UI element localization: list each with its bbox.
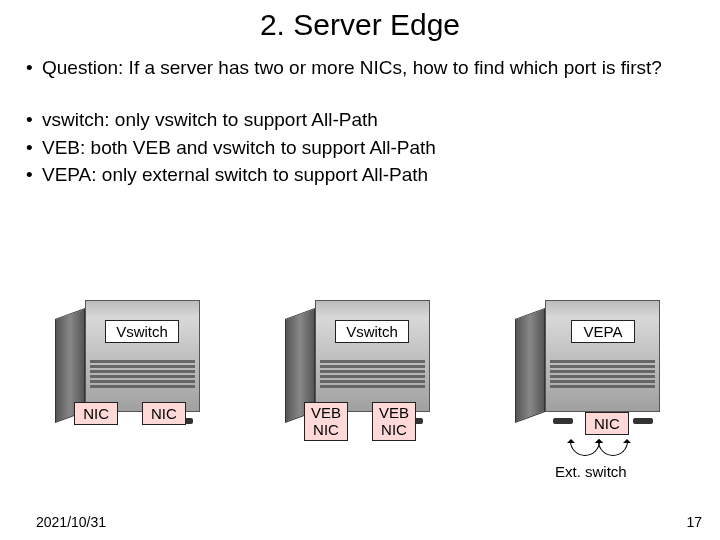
bullet-text: vswitch: only vswitch to support All-Pat… [42, 108, 694, 132]
server-veb: Vswitch VEB NIC VEB NIC [275, 300, 445, 420]
server-icon [505, 300, 675, 420]
nic-label: NIC [142, 402, 186, 425]
vswitch-label: Vswitch [105, 320, 179, 343]
nic-label: NIC [585, 412, 629, 435]
veb-nic-label: VEB NIC [304, 402, 348, 441]
bullet-list: • Question: If a server has two or more … [0, 42, 720, 187]
diagram-area: Vswitch NIC NIC Vswitch VEB NIC VEB NIC [0, 300, 720, 480]
bullet-text: VEPA: only external switch to support Al… [42, 163, 694, 187]
footer-date: 2021/10/31 [36, 514, 106, 530]
bullet-item: • Question: If a server has two or more … [26, 56, 694, 80]
bullet-text: VEB: both VEB and vswitch to support All… [42, 136, 694, 160]
veb-nic-label: VEB NIC [372, 402, 416, 441]
nic-text: NIC [311, 421, 341, 438]
veb-text: VEB [379, 404, 409, 421]
bullet-item: • VEB: both VEB and vswitch to support A… [26, 136, 694, 160]
bullet-item: • VEPA: only external switch to support … [26, 163, 694, 187]
ext-switch-label: Ext. switch [555, 463, 627, 480]
vswitch-label: Vswitch [335, 320, 409, 343]
loop-arrow-icon [598, 440, 628, 456]
footer-page: 17 [686, 514, 702, 530]
server-vepa: VEPA NIC [505, 300, 675, 420]
nic-text: NIC [379, 421, 409, 438]
nic-label: NIC [74, 402, 118, 425]
bullet-text: Question: If a server has two or more NI… [42, 56, 694, 80]
slide-title: 2. Server Edge [0, 0, 720, 42]
vepa-label: VEPA [571, 320, 635, 343]
bullet-item: • vswitch: only vswitch to support All-P… [26, 108, 694, 132]
server-vswitch: Vswitch NIC NIC [45, 300, 215, 420]
veb-text: VEB [311, 404, 341, 421]
